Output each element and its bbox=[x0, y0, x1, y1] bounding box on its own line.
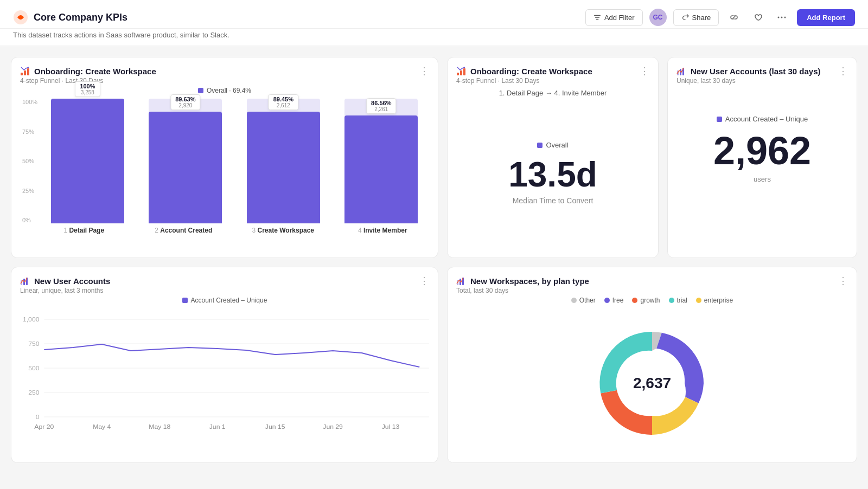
funnel-chart-icon bbox=[20, 66, 30, 76]
legend-growth: growth bbox=[632, 297, 660, 304]
funnel2-kpi-center: Overall 13.5d Median Time to Convert bbox=[456, 97, 649, 249]
legend-dot-overall bbox=[198, 88, 203, 93]
svg-text:1,000: 1,000 bbox=[23, 316, 40, 323]
accounts-kpi-card-menu[interactable]: ⋮ bbox=[838, 66, 848, 76]
card-title-funnel2: Onboarding: Create Workspace bbox=[470, 67, 592, 76]
svg-text:Jun 1: Jun 1 bbox=[209, 423, 226, 430]
legend-free: free bbox=[604, 297, 624, 304]
svg-rect-5 bbox=[24, 70, 26, 75]
donut-card: New Workspaces, by plan type Total, last… bbox=[447, 267, 857, 463]
funnel2-legend: Overall bbox=[537, 141, 568, 149]
svg-point-2 bbox=[781, 17, 783, 18]
donut-chart-wrapper: 2,637 bbox=[582, 313, 723, 454]
accounts-kpi-value: 2,962 bbox=[713, 130, 811, 172]
card-title-accounts-kpi: New User Accounts (last 30 days) bbox=[691, 67, 821, 76]
line-chart-icon bbox=[20, 276, 30, 286]
funnel-card-menu[interactable]: ⋮ bbox=[419, 66, 429, 76]
line-chart-svg: 1,000 750 500 250 0 Apr 20 May 4 May 18 … bbox=[20, 308, 429, 433]
heart-icon bbox=[754, 13, 762, 22]
line-card-menu[interactable]: ⋮ bbox=[419, 276, 429, 286]
funnel2-step-label: 1. Detail Page → 4. Invite Member bbox=[456, 89, 649, 97]
svg-text:750: 750 bbox=[28, 340, 39, 347]
line-chart-container: 1,000 750 500 250 0 Apr 20 May 4 May 18 … bbox=[20, 308, 429, 433]
link-icon bbox=[730, 13, 738, 22]
svg-text:Jun 29: Jun 29 bbox=[323, 423, 343, 430]
accounts-kpi-sub: users bbox=[754, 175, 771, 183]
line-legend: Account Created – Unique bbox=[20, 297, 429, 304]
card-header-accounts-kpi: New User Accounts (last 30 days) Unique,… bbox=[676, 66, 848, 85]
x-label-3: 3 Create Workspace bbox=[237, 227, 330, 234]
page-title: Core Company KPIs bbox=[34, 12, 127, 23]
legend-trial: trial bbox=[669, 297, 687, 304]
favorite-button[interactable] bbox=[749, 9, 767, 26]
funnel2-kpi-sub: Median Time to Convert bbox=[513, 196, 593, 205]
add-filter-button[interactable]: Add Filter bbox=[585, 9, 643, 26]
svg-text:May 4: May 4 bbox=[93, 423, 111, 430]
svg-rect-8 bbox=[460, 70, 462, 75]
share-icon bbox=[681, 14, 689, 21]
card-title-donut: New Workspaces, by plan type bbox=[470, 276, 589, 286]
avatar: GC bbox=[649, 9, 667, 26]
card-header-line: New User Accounts Linear, unique, last 3… bbox=[20, 276, 429, 294]
svg-rect-4 bbox=[21, 73, 23, 75]
card-subtitle-funnel2: 4-step Funnel · Last 30 Days bbox=[456, 77, 592, 85]
more-options-button[interactable] bbox=[773, 9, 790, 26]
card-subtitle-line: Linear, unique, last 3 months bbox=[20, 287, 110, 294]
accounts-chart-icon bbox=[676, 66, 686, 76]
x-label-2: 2 Account Created bbox=[137, 227, 231, 234]
svg-text:250: 250 bbox=[28, 389, 39, 396]
svg-rect-6 bbox=[27, 68, 29, 75]
page-subtitle: This dataset tracks actions in Saas soft… bbox=[0, 29, 868, 46]
filter-icon bbox=[593, 14, 601, 21]
funnel2-kpi-value: 13.5d bbox=[508, 156, 597, 194]
funnel2-card-menu[interactable]: ⋮ bbox=[640, 66, 649, 76]
bar-3: 89.45% 2,612 bbox=[238, 99, 329, 223]
donut-card-menu[interactable]: ⋮ bbox=[838, 276, 848, 286]
logo-icon bbox=[13, 10, 28, 25]
y-axis: 0% 25% 50% 75% 100% bbox=[22, 99, 42, 223]
svg-text:500: 500 bbox=[28, 365, 39, 371]
x-label-1: 1 Detail Page bbox=[37, 227, 131, 234]
funnel2-chart-icon bbox=[456, 66, 466, 76]
new-accounts-kpi-card: New User Accounts (last 30 days) Unique,… bbox=[667, 57, 857, 258]
svg-rect-9 bbox=[463, 68, 465, 75]
svg-text:Jul 13: Jul 13 bbox=[382, 423, 400, 430]
card-header-donut: New Workspaces, by plan type Total, last… bbox=[456, 276, 848, 294]
accounts-kpi-legend: Account Created – Unique bbox=[717, 115, 808, 123]
legend-other: Other bbox=[571, 297, 596, 304]
bar-4: 86.56% 2,261 bbox=[336, 99, 427, 223]
bars-container: 100% 3,258 89.63% 2,920 bbox=[42, 99, 427, 223]
svg-text:Apr 20: Apr 20 bbox=[34, 423, 54, 430]
line-chart-card: New User Accounts Linear, unique, last 3… bbox=[11, 267, 438, 463]
accounts-kpi-center: Account Created – Unique 2,962 users bbox=[676, 87, 848, 211]
funnel-bar-card: Onboarding: Create Workspace 4-step Funn… bbox=[11, 57, 438, 258]
ellipsis-icon bbox=[777, 16, 786, 18]
add-report-button[interactable]: Add Report bbox=[797, 9, 855, 26]
bar-1: 100% 3,258 bbox=[42, 99, 133, 223]
x-label-4: 4 Invite Member bbox=[336, 227, 430, 234]
svg-point-3 bbox=[784, 17, 786, 18]
funnel-chart-area: 0% 25% 50% 75% 100% 100% 3,258 bbox=[20, 99, 429, 223]
donut-center-value: 2,637 bbox=[633, 375, 671, 392]
card-subtitle-accounts-kpi: Unique, last 30 days bbox=[676, 77, 821, 85]
svg-point-1 bbox=[778, 17, 780, 18]
card-header-funnel2: Onboarding: Create Workspace 4-step Funn… bbox=[456, 66, 649, 85]
donut-chart-icon bbox=[456, 276, 466, 286]
card-title-line: New User Accounts bbox=[34, 276, 110, 286]
share-button[interactable]: Share bbox=[673, 9, 719, 26]
link-button[interactable] bbox=[725, 9, 743, 26]
donut-legend: Other free growth trial enterprise bbox=[571, 297, 733, 304]
svg-rect-7 bbox=[457, 73, 459, 75]
funnel-kpi-card: Onboarding: Create Workspace 4-step Funn… bbox=[447, 57, 659, 258]
x-axis: 1 Detail Page 2 Account Created 3 Create… bbox=[37, 227, 429, 234]
bar-2: 89.63% 2,920 bbox=[140, 99, 231, 223]
header-left: Core Company KPIs bbox=[13, 10, 579, 25]
main-content: Onboarding: Create Workspace 4-step Funn… bbox=[0, 46, 868, 474]
card-subtitle-donut: Total, last 30 days bbox=[456, 287, 589, 294]
header: Core Company KPIs Add Filter GC Share bbox=[0, 0, 868, 29]
svg-text:0: 0 bbox=[36, 414, 40, 420]
header-right: Add Filter GC Share Add Report bbox=[585, 9, 855, 26]
svg-text:Jun 15: Jun 15 bbox=[265, 423, 285, 430]
legend-enterprise: enterprise bbox=[696, 297, 733, 304]
card-title-funnel: Onboarding: Create Workspace bbox=[34, 67, 156, 76]
